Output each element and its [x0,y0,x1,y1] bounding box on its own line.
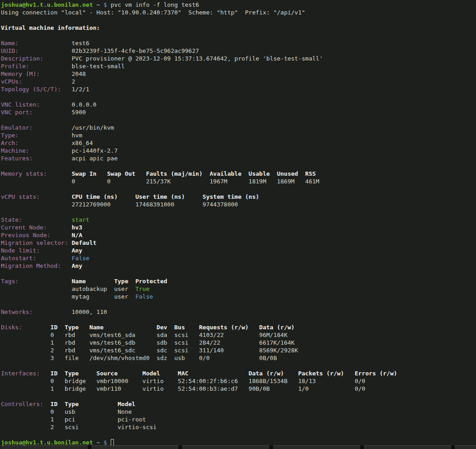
table-cell: vms/test6_sda [90,331,136,339]
terminal-line: mytaguserFalse [0,293,476,300]
table-cell: True [135,285,149,293]
table-cell: 215/37K [146,178,171,185]
taskbar-window-button[interactable] [91,445,179,449]
terminal-line: 1rbdvms/test6_sdbsdbscsi284/226617K/164K [0,339,476,346]
section-title: Virtual machine information: [1,24,100,32]
column-header: CPU time (ns) [72,193,118,201]
taskbar-window-button[interactable] [364,445,451,449]
field-label: Features: [1,154,33,162]
connection-info: Using connection "local" - Host: "10.90.… [1,9,305,16]
field-value: False [72,254,90,262]
terminal-cursor [111,439,114,445]
table-cell: 27212769000 [72,201,111,208]
table-cell: bridge [65,385,86,393]
terminal-line: Migration selector:Default [0,239,476,247]
column-header: Dev [156,323,167,331]
field-value: 10000, 110 [72,308,107,316]
table-cell: pci [65,416,75,423]
terminal-screen[interactable]: joshua@hv1.t.u.bonilan.net~$pvc vm info … [0,0,476,445]
terminal-line: Memory stats:Swap InSwap OutFaults (maj/… [0,170,476,178]
terminal-line: Features:acpi apic pae [0,154,476,162]
column-header: ID [51,369,58,377]
column-header: Data (r/w) [259,323,294,331]
terminal-line [0,116,476,124]
field-label: Arch: [1,139,19,147]
column-header: Errors (r/w) [355,369,397,377]
taskbar-window-button[interactable] [0,445,88,449]
terminal-line: joshua@hv1.t.u.bonilan.net~$ [0,439,476,445]
terminal-line: 2scsivirtio-scsi [0,423,476,431]
terminal-line: Node limit:Any [0,247,476,254]
table-cell: 284/22 [199,339,220,346]
terminal-line: autobackupuserTrue [0,285,476,293]
field-label: Name: [1,39,19,47]
terminal-line: vCPU stats:CPU time (ns)User time (ns)Sy… [0,193,476,201]
field-value: test6 [72,39,90,47]
table-cell: 1869M [277,178,294,185]
table-cell: 1 [51,416,54,423]
terminal-line [0,32,476,39]
field-value: Default [72,239,97,247]
table-cell: rbd [65,339,75,346]
field-label: Machine: [1,147,29,154]
taskbar-window-button[interactable] [182,445,269,449]
table-cell: sdc [156,346,167,354]
table-cell: 18/13 [298,377,316,385]
table-cell: /dev/shm/vhostmd0 [90,354,150,362]
table-cell: 3 [51,354,54,362]
terminal-line: Using connection "local" - Host: "10.90.… [0,9,476,16]
table-cell: scsi [174,339,189,346]
column-header: Bus [174,323,185,331]
table-cell: vmbr10000 [96,377,128,385]
terminal-line: Type:hvm [0,131,476,139]
table-cell: vmbr110 [96,385,121,393]
column-header: Swap In [72,170,97,178]
field-label: Tags: [1,277,19,285]
table-cell: user [114,285,128,293]
taskbar-window-button[interactable] [273,445,360,449]
terminal-line [0,393,476,400]
terminal-line [0,185,476,193]
field-value: 2 [72,78,75,85]
field-label: Node limit: [1,247,40,254]
table-cell: 52:54:00:2f:b6:c6 [178,377,238,385]
column-header: Model [142,369,160,377]
prompt-symbol: $ [104,439,107,445]
terminal-line [0,208,476,216]
column-header: Model [118,400,135,408]
column-header: MAC [178,369,188,377]
table-cell: rbd [65,331,75,339]
prompt-symbol: $ [104,1,107,9]
table-cell: virtio-scsi [118,423,156,431]
field-label: VNC listen: [1,101,40,108]
terminal-line: VNC port:5900 [0,108,476,116]
taskbar-window-button[interactable] [455,445,476,449]
table-cell: sdb [156,339,167,346]
table-cell: virtio [142,377,164,385]
column-header: Swap Out [107,170,136,178]
terminal-line: 1bridgevmbr110virtio52:54:00:b3:ae:d790B… [0,385,476,393]
table-cell: vms/test6_sdc [90,346,136,354]
terminal-line: Tags:NameTypeProtected [0,277,476,285]
table-cell: 0 [51,331,54,339]
terminal-line: VNC listen:0.0.0.0 [0,101,476,108]
terminal-line: Networks:10000, 110 [0,308,476,316]
command-text: pvc vm info -f long test6 [111,1,199,9]
field-label: vCPUs: [1,78,22,85]
terminal-line: Profile:blse-test-small [0,62,476,70]
terminal-line [0,362,476,369]
table-cell: sdz [156,354,167,362]
table-cell: mytag [72,293,90,300]
column-header: Name [90,323,104,331]
prompt-path: ~ [96,1,100,9]
table-cell: usb [174,354,185,362]
column-header: Unused [277,170,298,178]
table-cell: 1 [51,339,54,346]
table-cell: 311/140 [199,346,224,354]
field-value: hv3 [72,224,82,231]
field-label: Memory (M): [1,70,40,78]
terminal-line: Controllers:IDTypeModel [0,400,476,408]
prompt-user-host: joshua@hv1.t.u.bonilan.net [1,1,93,9]
field-label: Migration selector: [1,239,68,247]
terminal-line: Autostart:False [0,254,476,262]
